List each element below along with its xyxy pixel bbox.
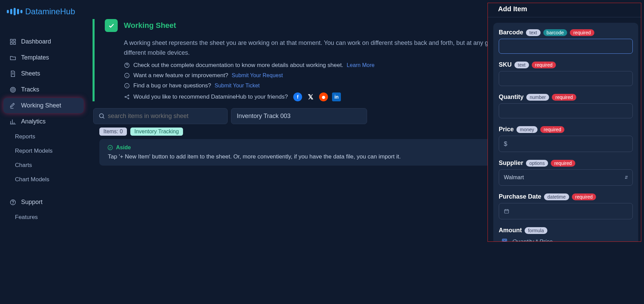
facebook-icon[interactable]: f [293, 92, 302, 101]
supplier-select[interactable]: Walmart [499, 169, 633, 186]
svg-rect-32 [505, 209, 509, 213]
svg-point-8 [13, 89, 13, 90]
sidebar-item-tracks[interactable]: Tracks [3, 82, 84, 97]
learn-more-link[interactable]: Learn More [347, 62, 375, 68]
linkedin-icon[interactable]: in [332, 92, 341, 101]
sidebar-sub-chart-models[interactable]: Chart Models [3, 173, 84, 186]
sidebar-sub-charts[interactable]: Charts [3, 158, 84, 172]
reddit-icon[interactable] [319, 92, 328, 101]
quantity-input[interactable] [499, 103, 633, 118]
sidebar-item-label: Templates [21, 54, 49, 61]
price-input[interactable]: $ [499, 136, 633, 152]
field-sku: SKU text required [499, 61, 633, 86]
required-badge: required [570, 29, 594, 36]
folder-icon [10, 54, 16, 61]
svg-line-27 [126, 97, 128, 98]
field-amount: Amount formula Quantity * Price [499, 227, 633, 242]
sidebar-item-support[interactable]: Support [3, 195, 84, 210]
target-icon [10, 86, 16, 93]
svg-point-24 [128, 95, 129, 96]
field-supplier: Supplier options required Walmart [499, 159, 633, 186]
sidebar-item-label: Sheets [21, 70, 40, 77]
sidebar-item-sheets[interactable]: Sheets [3, 66, 84, 81]
required-badge: required [552, 94, 576, 101]
svg-point-31 [108, 145, 113, 150]
hero-line-text: Find a bug or have questions? [133, 82, 211, 89]
x-twitter-icon[interactable]: 𝕏 [306, 92, 315, 101]
info-icon [124, 83, 130, 89]
svg-point-29 [99, 114, 103, 118]
chart-icon [10, 118, 16, 125]
items-count-pill: Items: 0 [99, 128, 127, 136]
calendar-icon [504, 208, 509, 214]
type-badge: text [526, 29, 541, 36]
svg-line-30 [103, 117, 104, 118]
svg-point-16 [125, 63, 129, 68]
required-badge: required [532, 62, 556, 68]
svg-point-25 [128, 98, 129, 99]
sidebar-item-working-sheet[interactable]: Working Sheet [3, 98, 84, 113]
brand-name: DatamineHub [25, 7, 75, 16]
sidebar-item-analytics[interactable]: Analytics [3, 114, 84, 129]
field-quantity: Quantity number required [499, 94, 633, 118]
file-icon [10, 70, 16, 77]
sidebar-sub-features[interactable]: Features [3, 210, 84, 224]
edit-icon [10, 102, 16, 109]
type-badge: text [514, 62, 529, 68]
type-badge: formula [525, 227, 547, 234]
field-price: Price money required $ [499, 126, 633, 152]
help-circle-icon [124, 62, 130, 68]
aside-title: Aside [116, 145, 131, 151]
main-content: Working Sheet A working sheet represents… [87, 0, 644, 304]
search-icon [98, 113, 105, 119]
required-badge: required [551, 160, 575, 167]
svg-rect-1 [14, 39, 16, 41]
sidebar: DatamineHub Dashboard Templates Sheets T… [0, 0, 87, 304]
currency-prefix: $ [504, 140, 507, 148]
share-text: Would you like to recommend DatamineHub … [133, 94, 288, 100]
panel-title: Add Item [488, 3, 641, 17]
brand-logo[interactable]: DatamineHub [3, 7, 84, 27]
info-icon [124, 72, 130, 79]
svg-point-6 [11, 87, 16, 92]
svg-point-28 [322, 96, 325, 99]
svg-rect-0 [11, 39, 13, 41]
type-badge: money [516, 126, 538, 133]
sidebar-item-label: Dashboard [21, 38, 51, 45]
barcode-badge: barcode [543, 29, 567, 36]
sidebar-item-label: Analytics [21, 118, 46, 125]
svg-rect-2 [11, 42, 13, 44]
hero-line-text: Check out the complete documentation to … [133, 62, 343, 69]
svg-rect-37 [503, 240, 506, 241]
required-badge: required [540, 126, 564, 133]
submit-request-link[interactable]: Submit Your Request [232, 72, 283, 79]
hero-line-text: Want a new feature or improvement? [133, 72, 228, 79]
sidebar-item-label: Tracks [21, 86, 39, 93]
sidebar-item-label: Working Sheet [21, 102, 61, 109]
submit-ticket-link[interactable]: Submit Your Ticket [215, 83, 260, 89]
help-icon [10, 199, 16, 206]
svg-point-7 [12, 88, 14, 91]
field-barcode: Barcode text barcode required [499, 29, 633, 54]
required-badge: required [572, 193, 596, 200]
barcode-input[interactable] [499, 39, 633, 54]
search-input-wrap[interactable] [93, 108, 228, 124]
field-purchase-date: Purchase Date datetime required [499, 193, 633, 219]
search-input[interactable] [108, 113, 222, 120]
inventory-tracking-pill: Inventory Tracking [130, 128, 183, 136]
logo-icon [6, 8, 23, 15]
type-badge: options [526, 160, 548, 167]
sidebar-sub-report-models[interactable]: Report Models [3, 144, 84, 158]
sku-input[interactable] [499, 71, 633, 86]
svg-rect-3 [14, 42, 16, 44]
add-item-panel: Add Item Barcode text barcode required S… [488, 3, 641, 242]
grid-icon [10, 38, 16, 45]
formula-text: Quantity * Price [512, 238, 552, 242]
calculator-icon [501, 238, 508, 242]
sidebar-item-dashboard[interactable]: Dashboard [3, 34, 84, 49]
track-selector[interactable]: Inventory Track 003 [231, 108, 367, 124]
sidebar-sub-reports[interactable]: Reports [3, 130, 84, 143]
sidebar-item-templates[interactable]: Templates [3, 50, 84, 65]
purchase-date-input[interactable] [499, 203, 633, 219]
svg-line-26 [126, 96, 128, 97]
